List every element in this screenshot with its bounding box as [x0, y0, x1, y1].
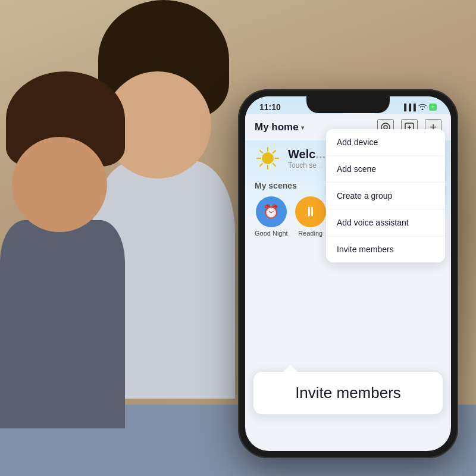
welcome-title: Welc... — [288, 148, 325, 161]
home-label: My home — [255, 121, 299, 133]
signal-icon: ▐▐▐ — [402, 104, 415, 111]
phone-frame: 11:10 ▐▐▐ + — [238, 89, 458, 458]
reading-label: Reading — [298, 230, 322, 237]
phone-device: 11:10 ▐▐▐ + — [238, 89, 458, 458]
phone-notch — [306, 96, 390, 113]
status-time: 11:10 — [259, 102, 281, 112]
welcome-subtitle: Touch se... — [288, 161, 325, 170]
svg-line-12 — [273, 151, 275, 153]
dropdown-add-scene[interactable]: Add scene — [326, 156, 445, 183]
wifi-icon — [418, 103, 427, 111]
chevron-down-icon: ▾ — [301, 124, 304, 131]
scene-item-goodnight[interactable]: ⏰ Good Night — [255, 196, 288, 237]
reading-icon: ⏸ — [295, 196, 326, 227]
invite-callout-text: Invite members — [265, 384, 431, 402]
dropdown-menu: Add device Add scene Create a group Add … — [326, 129, 445, 262]
phone-screen: 11:10 ▐▐▐ + — [245, 96, 451, 451]
dropdown-add-device[interactable]: Add device — [326, 129, 445, 156]
good-night-label: Good Night — [255, 230, 288, 237]
good-night-icon: ⏰ — [256, 196, 287, 227]
home-selector[interactable]: My home ▾ — [255, 121, 304, 133]
welcome-text: Welc... Touch se... — [288, 148, 325, 170]
scene-item-reading[interactable]: ⏸ Reading — [295, 196, 326, 237]
sun-icon — [255, 145, 281, 171]
svg-point-5 — [262, 152, 274, 164]
dropdown-create-group[interactable]: Create a group — [326, 183, 445, 209]
svg-line-13 — [260, 164, 262, 166]
invite-members-callout: Invite members — [252, 371, 444, 415]
svg-line-10 — [260, 151, 262, 153]
battery-icon: + — [429, 104, 437, 111]
dropdown-invite-members[interactable]: Invite members — [326, 236, 445, 262]
svg-line-11 — [273, 164, 275, 166]
status-icons: ▐▐▐ + — [402, 103, 437, 111]
dropdown-add-voice[interactable]: Add voice assistant — [326, 209, 445, 236]
person-left-face — [12, 137, 107, 232]
person-left-body — [0, 220, 125, 428]
